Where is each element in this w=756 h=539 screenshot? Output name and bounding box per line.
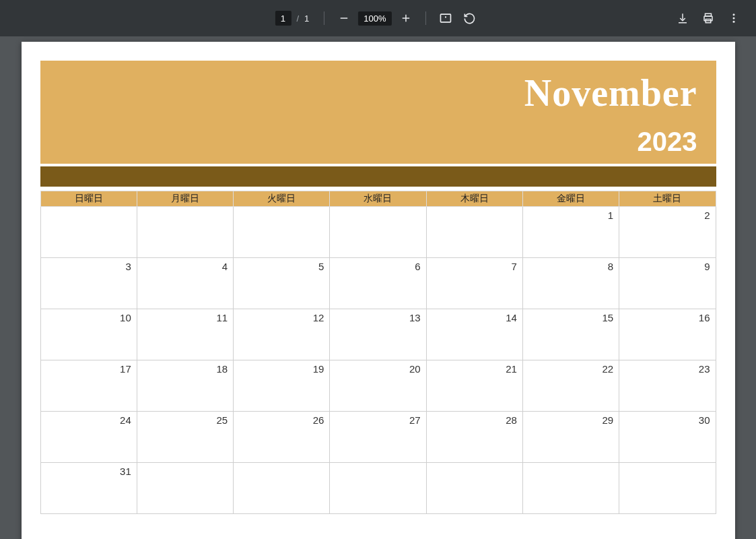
rotate-button[interactable] bbox=[458, 7, 481, 30]
calendar-day-cell: 11 bbox=[137, 309, 233, 360]
pdf-page: November 2023 日曜日 月曜日 火曜日 水曜日 木曜日 金曜日 土曜… bbox=[22, 42, 735, 539]
toolbar-divider bbox=[425, 11, 426, 25]
more-menu-button[interactable] bbox=[722, 7, 745, 30]
calendar-week-row: 3456789 bbox=[40, 258, 716, 309]
day-header-sat: 土曜日 bbox=[619, 191, 716, 207]
zoom-level: 100% bbox=[358, 11, 391, 26]
calendar-day-cell: 6 bbox=[330, 258, 426, 309]
toolbar-divider bbox=[324, 11, 324, 25]
calendar-day-cell: 7 bbox=[426, 258, 522, 309]
calendar-week-row: 24252627282930 bbox=[40, 412, 716, 463]
zoom-out-button[interactable] bbox=[333, 7, 355, 30]
calendar-header: November 2023 bbox=[40, 61, 716, 166]
calendar-day-cell bbox=[522, 463, 619, 514]
page-total: 1 bbox=[304, 13, 309, 24]
calendar-day-cell: 14 bbox=[426, 309, 522, 360]
calendar-day-cell: 29 bbox=[522, 412, 619, 463]
calendar-accent-bar bbox=[40, 166, 716, 187]
calendar-day-cell: 28 bbox=[426, 412, 522, 463]
svg-point-11 bbox=[733, 18, 735, 20]
calendar-year: 2023 bbox=[59, 127, 697, 157]
calendar-day-cell bbox=[40, 207, 137, 258]
calendar-day-cell: 24 bbox=[40, 412, 137, 463]
calendar-day-cell: 12 bbox=[234, 309, 330, 360]
calendar-day-cell: 23 bbox=[619, 360, 716, 412]
calendar-day-cell: 1 bbox=[522, 207, 619, 258]
calendar-grid: 日曜日 月曜日 火曜日 水曜日 木曜日 金曜日 土曜日 123456789101… bbox=[40, 191, 716, 514]
calendar-day-cell: 31 bbox=[40, 463, 137, 514]
calendar-day-cell: 22 bbox=[522, 360, 619, 412]
toolbar-right-group bbox=[671, 7, 745, 30]
calendar-day-cell: 15 bbox=[522, 309, 619, 360]
calendar-day-cell bbox=[234, 463, 330, 514]
calendar-day-cell: 20 bbox=[330, 360, 426, 412]
calendar-day-cell bbox=[137, 463, 233, 514]
calendar-day-cell: 3 bbox=[40, 258, 137, 309]
calendar-day-cell: 10 bbox=[40, 309, 137, 360]
print-button[interactable] bbox=[697, 7, 720, 30]
fit-to-page-button[interactable] bbox=[434, 7, 457, 30]
calendar-day-header-row: 日曜日 月曜日 火曜日 水曜日 木曜日 金曜日 土曜日 bbox=[40, 191, 716, 207]
calendar-day-cell: 9 bbox=[619, 258, 716, 309]
svg-point-12 bbox=[733, 21, 735, 23]
download-button[interactable] bbox=[671, 7, 694, 30]
calendar-day-cell bbox=[234, 207, 330, 258]
calendar-day-cell: 18 bbox=[137, 360, 233, 412]
calendar-day-cell: 30 bbox=[619, 412, 716, 463]
calendar-day-cell bbox=[426, 207, 522, 258]
calendar-day-cell bbox=[619, 463, 716, 514]
day-header-wed: 水曜日 bbox=[330, 191, 426, 207]
calendar-day-cell: 25 bbox=[137, 412, 233, 463]
calendar-day-cell: 19 bbox=[234, 360, 330, 412]
calendar-day-cell bbox=[330, 463, 426, 514]
zoom-in-button[interactable] bbox=[394, 7, 417, 30]
calendar-day-cell: 17 bbox=[40, 360, 137, 412]
day-header-mon: 月曜日 bbox=[137, 191, 233, 207]
calendar-week-row: 17181920212223 bbox=[40, 360, 716, 412]
calendar-day-cell: 16 bbox=[619, 309, 716, 360]
calendar-day-cell: 8 bbox=[522, 258, 619, 309]
day-header-sun: 日曜日 bbox=[40, 191, 137, 207]
day-header-fri: 金曜日 bbox=[522, 191, 619, 207]
page-number-input[interactable] bbox=[275, 11, 291, 26]
calendar-day-cell: 5 bbox=[234, 258, 330, 309]
pdf-viewport[interactable]: November 2023 日曜日 月曜日 火曜日 水曜日 木曜日 金曜日 土曜… bbox=[0, 36, 756, 539]
svg-point-10 bbox=[733, 13, 735, 15]
calendar-day-cell bbox=[330, 207, 426, 258]
calendar-day-cell: 4 bbox=[137, 258, 233, 309]
calendar-week-row: 12 bbox=[40, 207, 716, 258]
page-separator: / bbox=[296, 13, 299, 24]
calendar-day-cell: 21 bbox=[426, 360, 522, 412]
calendar-day-cell bbox=[137, 207, 233, 258]
calendar-day-cell bbox=[426, 463, 522, 514]
svg-rect-3 bbox=[440, 14, 450, 22]
calendar-day-cell: 13 bbox=[330, 309, 426, 360]
calendar-week-row: 10111213141516 bbox=[40, 309, 716, 360]
calendar-day-cell: 2 bbox=[619, 207, 716, 258]
toolbar-center-group: / 1 100% bbox=[275, 7, 481, 30]
calendar-week-row: 31 bbox=[40, 463, 716, 514]
day-header-tue: 火曜日 bbox=[234, 191, 330, 207]
calendar-month: November bbox=[59, 71, 697, 115]
calendar-day-cell: 27 bbox=[330, 412, 426, 463]
day-header-thu: 木曜日 bbox=[426, 191, 522, 207]
pdf-toolbar: / 1 100% bbox=[0, 0, 756, 36]
calendar-day-cell: 26 bbox=[234, 412, 330, 463]
